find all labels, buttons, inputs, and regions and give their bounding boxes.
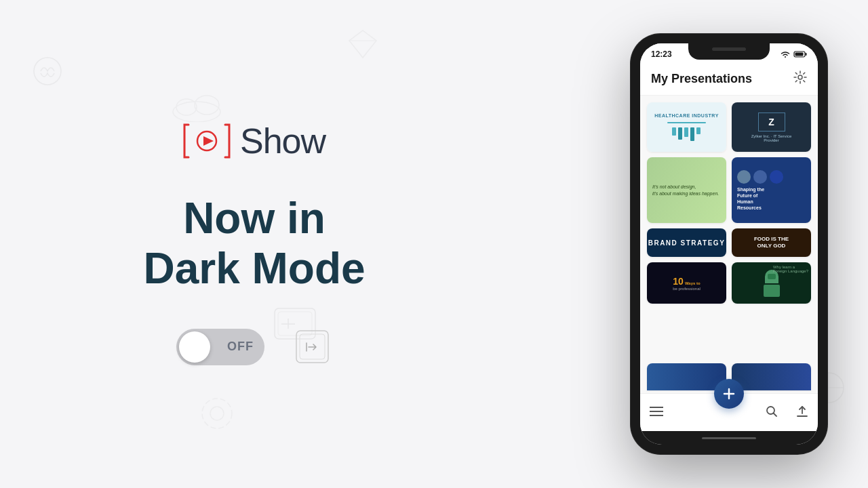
menu-icon: [650, 406, 663, 417]
share-icon: [294, 328, 331, 365]
tagline: Now in Dark Mode: [143, 194, 365, 293]
presentation-thumb-healthcare: HEALTHCARE INDUSTRY: [647, 102, 726, 152]
phone-screen: 12:23 My Presentations: [640, 43, 818, 445]
toggle-area: OFF: [176, 327, 332, 367]
presentation-item-hr[interactable]: Shaping theFuture ofHumanResources Human…: [732, 157, 811, 223]
svg-marker-16: [203, 136, 214, 146]
presentation-thumb-food: FOOD IS THEONLY GOD: [732, 228, 811, 257]
presentation-thumb-playstore: Why learn aForeign Language?: [732, 262, 811, 304]
dark-mode-toggle[interactable]: OFF: [176, 329, 264, 365]
presentation-item-text[interactable]: 10 Ways to be professional Text Emphasis: [647, 262, 726, 304]
healthcare-bars: [672, 127, 701, 141]
partial-item-1: [647, 363, 726, 390]
partial-thumb-2: [732, 363, 811, 390]
svg-rect-21: [795, 53, 804, 56]
upload-icon: [796, 405, 808, 418]
home-indicator: [640, 431, 818, 445]
partial-thumb-1: [647, 363, 726, 390]
presentation-thumb-idea: It's not about design,it's about making …: [647, 157, 726, 223]
healthcare-content-inner: HEALTHCARE INDUSTRY: [654, 113, 719, 141]
status-time: 12:23: [651, 49, 672, 59]
toggle-state-label: OFF: [227, 340, 254, 354]
home-bar: [702, 437, 756, 439]
presentation-thumb-zylker: Z Zylker Inc. · IT ServiceProvider: [732, 102, 811, 152]
battery-icon: [793, 50, 807, 58]
left-section: Show Now in Dark Mode OFF: [0, 0, 509, 488]
presentation-thumb-brand: BRAND STRATEGY: [647, 228, 726, 257]
svg-rect-20: [806, 53, 807, 56]
partial-item-2: [732, 363, 811, 390]
share-icon-area: [292, 327, 332, 367]
search-icon: [766, 405, 778, 418]
tagline-line1: Now in: [183, 194, 326, 243]
settings-button[interactable]: [793, 70, 807, 87]
app-name: Show: [240, 121, 326, 161]
presentation-item-brand[interactable]: BRAND STRATEGY Brand Strategy: [647, 228, 726, 257]
status-icons: [780, 50, 807, 58]
presentation-item-food[interactable]: FOOD IS THEONLY GOD Food is the only god…: [732, 228, 811, 257]
presentation-thumb-hr: Shaping theFuture ofHumanResources: [732, 157, 811, 223]
app-header-title: My Presentations: [651, 72, 752, 86]
app-logo-icon: [183, 122, 231, 160]
search-button[interactable]: [760, 400, 783, 426]
presentation-item-healthcare[interactable]: HEALTHCARE INDUSTRY Healthcare - Pla: [647, 102, 726, 152]
presentation-item-playstore[interactable]: Why learn aForeign Language? For Playsto…: [732, 262, 811, 304]
fab-add-button[interactable]: [714, 379, 744, 409]
phone-speaker: [712, 47, 746, 51]
phone-notch: [688, 43, 770, 60]
menu-button[interactable]: [644, 401, 669, 425]
tagline-line2: Dark Mode: [143, 244, 365, 293]
wifi-icon: [780, 50, 791, 58]
presentation-item-idea[interactable]: It's not about design,it's about making …: [647, 157, 726, 223]
svg-line-29: [773, 413, 776, 416]
upload-button[interactable]: [791, 400, 814, 426]
presentation-thumb-text: 10 Ways to be professional: [647, 262, 726, 304]
svg-point-22: [798, 75, 802, 79]
app-header: My Presentations: [640, 65, 818, 96]
phone-mockup-wrapper: 12:23 My Presentations: [631, 14, 827, 474]
phone-device: 12:23 My Presentations: [631, 34, 827, 454]
settings-icon: [793, 70, 807, 84]
bottom-nav: [640, 393, 818, 431]
toggle-knob: [179, 331, 210, 363]
presentations-grid: HEALTHCARE INDUSTRY Healthcare - Pla: [640, 96, 818, 363]
presentation-item-zylker[interactable]: Z Zylker Inc. · IT ServiceProvider Zylke…: [732, 102, 811, 152]
logo-area: Show: [183, 121, 326, 161]
plus-icon: [722, 387, 736, 401]
